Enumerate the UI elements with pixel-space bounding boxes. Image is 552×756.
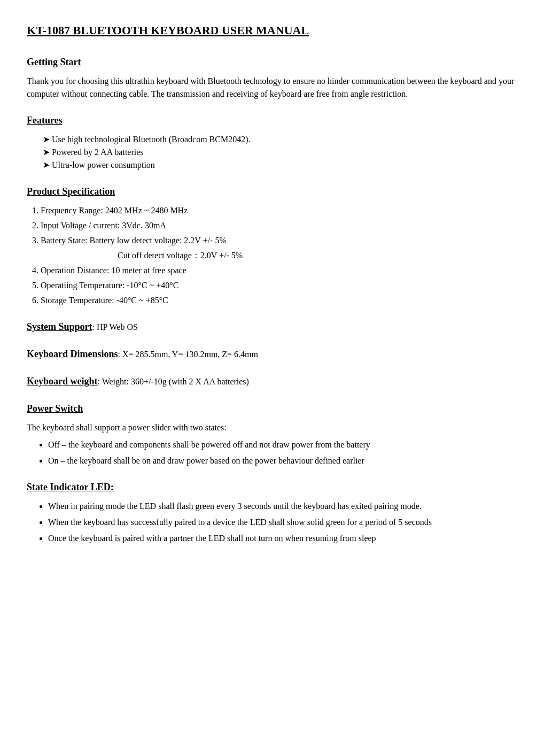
list-item: On – the keyboard shall be on and draw p… xyxy=(48,454,525,467)
list-item: 5. Operatiing Temperature: -10°C ~ +40°C xyxy=(32,279,525,292)
features-section: Features Use high technological Bluetoot… xyxy=(27,113,525,172)
getting-start-heading: Getting Start xyxy=(27,55,525,70)
state-indicator-list: When in pairing mode the LED shall flash… xyxy=(27,500,525,545)
state-indicator-section: State Indicator LED: When in pairing mod… xyxy=(27,480,525,545)
list-item: 3. Battery State: Battery low detect vol… xyxy=(32,234,525,247)
list-item: 6. Storage Temperature: -40°C ~ +85°C xyxy=(32,294,525,307)
keyboard-dimensions-heading: Keyboard Dimensions xyxy=(27,349,118,359)
keyboard-weight-value: : Weight: 360+/-10g (with 2 X AA batteri… xyxy=(98,377,249,386)
product-specification-section: Product Specification 1. Frequency Range… xyxy=(27,184,525,307)
list-item: Once the keyboard is paired with a partn… xyxy=(48,532,525,545)
features-heading: Features xyxy=(27,113,525,128)
list-item: Ultra-low power consumption xyxy=(43,159,525,172)
cutoff-detect-item: Cut off detect voltage：2.0V +/- 5% xyxy=(32,249,525,262)
system-support-value: : HP Web OS xyxy=(92,322,138,331)
state-indicator-heading: State Indicator LED: xyxy=(27,480,525,495)
system-support-heading: System Support xyxy=(27,321,92,332)
list-item: 1. Frequency Range: 2402 MHz ~ 2480 MHz xyxy=(32,204,525,217)
power-switch-list: Off – the keyboard and components shall … xyxy=(27,438,525,467)
keyboard-dimensions-section: Keyboard Dimensions: X= 285.5mm, Y= 130.… xyxy=(27,347,525,361)
main-title-section: KT-1087 BLUETOOTH KEYBOARD USER MANUAL xyxy=(27,21,525,39)
getting-start-section: Getting Start Thank you for choosing thi… xyxy=(27,55,525,101)
list-item: 2. Input Voltage / current: 3Vdc. 30mA xyxy=(32,219,525,232)
getting-start-paragraph: Thank you for choosing this ultrathin ke… xyxy=(27,75,525,101)
keyboard-weight-section: Keyboard weight: Weight: 360+/-10g (with… xyxy=(27,374,525,389)
main-title: KT-1087 BLUETOOTH KEYBOARD USER MANUAL xyxy=(27,21,525,39)
power-switch-section: Power Switch The keyboard shall support … xyxy=(27,402,525,467)
product-specification-heading: Product Specification xyxy=(27,184,525,199)
list-item: Off – the keyboard and components shall … xyxy=(48,438,525,451)
list-item: When the keyboard has successfully paire… xyxy=(48,516,525,529)
features-list: Use high technological Bluetooth (Broadc… xyxy=(27,133,525,172)
list-item: When in pairing mode the LED shall flash… xyxy=(48,500,525,513)
power-switch-intro: The keyboard shall support a power slide… xyxy=(27,421,525,434)
list-item: Use high technological Bluetooth (Broadc… xyxy=(43,133,525,146)
keyboard-dimensions-value: : X= 285.5mm, Y= 130.2mm, Z= 6.4mm xyxy=(118,350,258,359)
list-item: Powered by 2 AA batteries xyxy=(43,146,525,159)
list-item: 4. Operation Distance: 10 meter at free … xyxy=(32,264,525,277)
system-support-section: System Support: HP Web OS xyxy=(27,320,525,334)
keyboard-weight-heading: Keyboard weight xyxy=(27,376,98,387)
spec-list: 1. Frequency Range: 2402 MHz ~ 2480 MHz … xyxy=(27,204,525,307)
power-switch-heading: Power Switch xyxy=(27,402,525,416)
